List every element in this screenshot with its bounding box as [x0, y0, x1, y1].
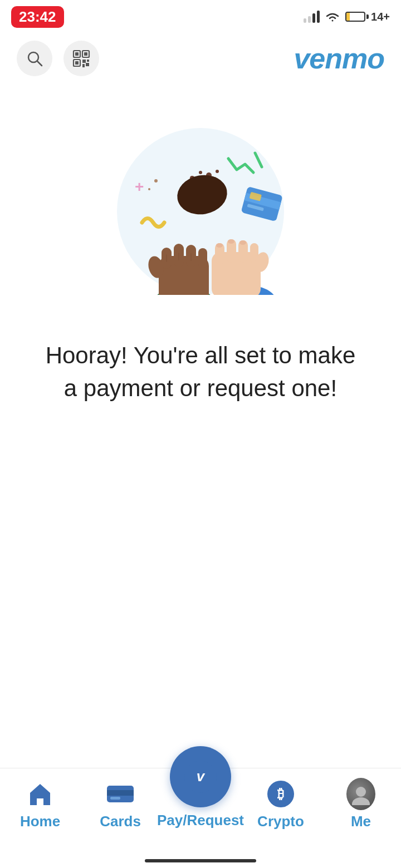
status-bar: 23:42 14+ [0, 0, 401, 33]
home-indicator [145, 859, 256, 862]
svg-rect-3 [75, 52, 79, 56]
fist-bump-svg: + [106, 128, 295, 295]
main-content: + [0, 117, 401, 405]
pay-request-button[interactable]: v Pay/Request [164, 746, 237, 829]
nav-item-home[interactable]: Home [4, 780, 76, 830]
wifi-icon [324, 11, 341, 23]
me-nav-label: Me [351, 813, 371, 830]
svg-rect-49 [107, 790, 134, 796]
svg-line-15 [255, 153, 262, 167]
svg-rect-10 [82, 64, 85, 67]
me-avatar [346, 780, 375, 808]
crypto-nav-label: Crypto [257, 813, 304, 830]
svg-point-23 [174, 171, 231, 219]
svg-rect-8 [82, 60, 86, 63]
home-nav-label: Home [20, 813, 60, 830]
search-icon [26, 50, 43, 67]
svg-rect-11 [86, 63, 89, 66]
cards-nav-label: Cards [100, 813, 141, 830]
svg-rect-29 [198, 248, 207, 268]
svg-point-14 [148, 188, 150, 190]
svg-line-1 [37, 61, 42, 66]
qr-code-button[interactable] [63, 41, 99, 76]
status-time: 23:42 [11, 6, 64, 28]
crypto-icon: ₿ [266, 780, 295, 808]
fist-bump-illustration: + [106, 117, 295, 306]
svg-point-43 [239, 240, 246, 245]
svg-point-41 [216, 243, 223, 248]
svg-rect-5 [84, 52, 87, 56]
home-icon [26, 780, 55, 808]
svg-rect-9 [87, 60, 89, 62]
bottom-nav: Home Cards v Pay/Request ₿ [0, 768, 401, 868]
cards-icon [106, 780, 135, 808]
pay-request-nav-label: Pay/Request [157, 812, 244, 829]
nav-item-crypto[interactable]: ₿ Crypto [244, 780, 317, 830]
pay-circle: v [170, 746, 231, 807]
svg-point-19 [216, 170, 219, 173]
header: venmo [0, 33, 401, 83]
search-button[interactable] [17, 41, 52, 76]
svg-point-17 [199, 171, 202, 174]
svg-text:₿: ₿ [277, 786, 284, 801]
success-message: Hooray! You're all set to make a payment… [45, 339, 356, 405]
svg-rect-50 [110, 797, 120, 800]
battery-icon: 14+ [345, 11, 390, 23]
status-icons: 14+ [304, 11, 390, 23]
svg-text:+: + [135, 178, 144, 195]
battery-label: 14+ [371, 11, 390, 23]
signal-icon [304, 11, 320, 23]
qr-code-icon [72, 50, 90, 67]
svg-point-13 [154, 179, 158, 183]
nav-item-cards[interactable]: Cards [84, 780, 157, 830]
svg-point-42 [228, 239, 234, 244]
venmo-logo: venmo [294, 42, 384, 75]
header-left [17, 41, 99, 76]
svg-point-55 [356, 787, 366, 797]
svg-rect-7 [75, 61, 79, 65]
svg-point-56 [352, 797, 370, 805]
svg-text:v: v [197, 768, 206, 785]
nav-item-me[interactable]: Me [325, 780, 397, 830]
